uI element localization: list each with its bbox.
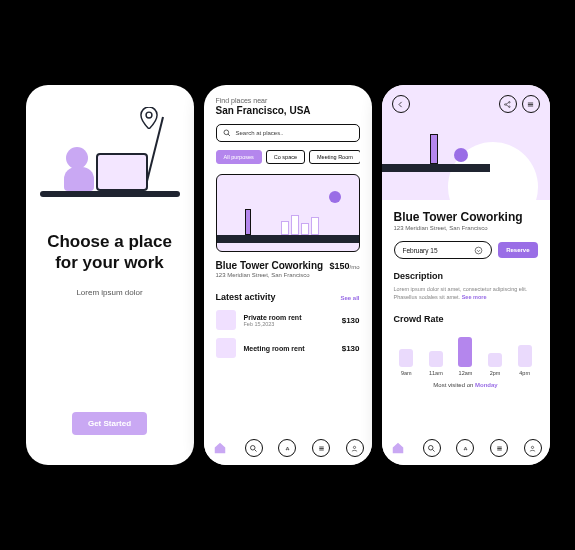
svg-point-8 [354,446,356,448]
activity-amount: $130 [342,316,360,325]
crowd-rate-heading: Crowd Rate [394,314,538,324]
share-button[interactable] [499,95,517,113]
nav-search-button[interactable] [423,439,441,457]
listing-title: Blue Tower Coworking [216,260,324,271]
crowd-bar-label: 12am [459,370,473,376]
onboarding-illustration [26,85,194,225]
nav-explore-button[interactable] [278,439,296,457]
nav-bookings-button[interactable] [490,439,508,457]
search-icon [249,444,258,453]
see-more-link[interactable]: See more [462,294,487,300]
svg-point-1 [224,130,229,135]
activity-name: Meeting room rent [244,345,334,352]
location-value[interactable]: San Francisco, USA [216,105,360,116]
activity-name: Private room rent [244,314,334,321]
crowd-bar-label: 4pm [519,370,530,376]
activity-date: Feb 15,2023 [244,321,334,327]
description-text: Lorem ipsum dolor sit amet, consectetur … [394,285,538,302]
date-picker[interactable]: February 15 [394,241,493,259]
svg-line-4 [255,449,257,451]
svg-line-2 [228,134,230,136]
crowd-bar: 11am [425,351,447,376]
crowd-bar: 2pm [484,353,506,376]
nav-search-button[interactable] [245,439,263,457]
description-heading: Description [394,271,538,281]
most-visited-text: Most visited on Monday [394,382,538,388]
crowd-bar-label: 9am [401,370,412,376]
bottom-nav [382,431,550,465]
hamburger-icon [526,100,535,109]
detail-screen: Blue Tower Coworking 123 Meridian Street… [382,85,550,465]
svg-point-9 [505,103,507,105]
crowd-rate-chart: 9am11am12am2pm4pm [394,332,538,376]
chevron-down-icon [474,246,483,255]
compass-icon [283,444,292,453]
get-started-button[interactable]: Get Started [72,412,147,435]
compass-icon [461,444,470,453]
onboarding-screen: Choose a place for your work Lorem ipsum… [26,85,194,465]
list-icon [495,444,504,453]
crowd-bar: 9am [396,349,418,376]
activity-thumb-icon [216,338,236,358]
listing-address: 123 Meridian Street, San Francisco [216,272,360,278]
nav-home-button[interactable] [211,439,229,457]
date-value: February 15 [403,247,438,254]
back-arrow-icon [396,100,405,109]
user-icon [528,444,537,453]
crowd-bar-label: 11am [429,370,443,376]
detail-address: 123 Meridian Street, San Francisco [394,225,538,231]
svg-line-19 [433,449,435,451]
nav-bookings-button[interactable] [312,439,330,457]
search-placeholder: Search at places.. [236,130,284,136]
activity-row[interactable]: Meeting room rent $130 [216,338,360,358]
list-icon [317,444,326,453]
user-icon [350,444,359,453]
browse-screen: Find places near San Francisco, USA Sear… [204,85,372,465]
near-label: Find places near [216,97,360,104]
svg-point-18 [429,445,434,450]
home-icon [391,441,405,455]
onboarding-subtitle: Lorem ipsum dolor [76,288,142,297]
listing-card[interactable] [216,174,360,252]
nav-explore-button[interactable] [456,439,474,457]
svg-point-11 [509,106,511,108]
search-input[interactable]: Search at places.. [216,124,360,142]
detail-hero [382,85,550,200]
filter-chip-all[interactable]: All purposes [216,150,262,164]
svg-point-0 [146,112,152,118]
filter-chip-cospace[interactable]: Co space [266,150,305,164]
activity-amount: $130 [342,344,360,353]
nav-home-button[interactable] [389,439,407,457]
nav-profile-button[interactable] [346,439,364,457]
activity-thumb-icon [216,310,236,330]
svg-point-17 [475,247,482,254]
crowd-bar: 12am [455,337,477,376]
latest-activity-heading: Latest activity [216,292,276,302]
filter-chip-meeting[interactable]: Meeting Room [309,150,359,164]
svg-line-13 [506,104,509,106]
search-icon [223,129,231,137]
crowd-bar: 4pm [514,345,536,376]
nav-profile-button[interactable] [524,439,542,457]
svg-point-3 [251,445,256,450]
reserve-button[interactable]: Reserve [498,242,537,258]
svg-point-10 [509,101,511,103]
listing-price: $150/mo [329,261,359,271]
bottom-nav [204,431,372,465]
see-all-link[interactable]: See all [340,295,359,301]
share-icon [503,100,512,109]
filter-chips: All purposes Co space Meeting Room Priva… [216,150,360,164]
home-icon [213,441,227,455]
detail-title: Blue Tower Coworking [394,210,538,224]
menu-button[interactable] [522,95,540,113]
onboarding-title: Choose a place for your work [44,231,176,274]
crowd-bar-label: 2pm [490,370,501,376]
search-icon [427,444,436,453]
back-button[interactable] [392,95,410,113]
svg-point-23 [532,446,534,448]
map-pin-icon [140,107,158,133]
activity-row[interactable]: Private room rent Feb 15,2023 $130 [216,310,360,330]
svg-line-12 [506,102,509,104]
